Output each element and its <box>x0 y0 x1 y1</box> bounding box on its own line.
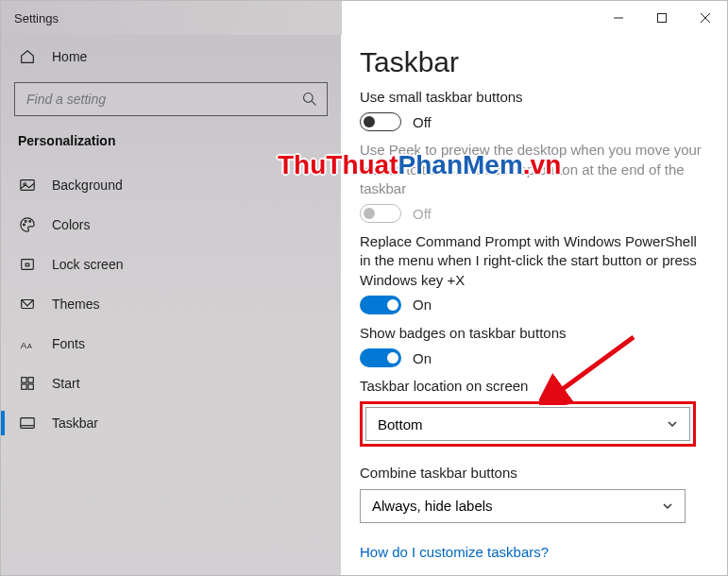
sidebar-item-colors[interactable]: Colors <box>1 205 341 245</box>
minimize-button[interactable] <box>597 3 640 33</box>
svg-text:A: A <box>21 340 27 350</box>
svg-rect-17 <box>28 378 33 382</box>
sidebar-item-themes[interactable]: Themes <box>1 284 341 324</box>
taskbar-icon <box>18 415 37 432</box>
search-icon <box>302 92 317 107</box>
chevron-down-icon <box>667 418 678 430</box>
badges-label: Show badges on taskbar buttons <box>360 324 708 343</box>
svg-point-4 <box>304 93 313 103</box>
svg-text:A: A <box>27 342 32 350</box>
chevron-down-icon <box>662 500 673 512</box>
titlebar: Settings <box>1 1 727 35</box>
sidebar-item-label: Lock screen <box>52 257 123 272</box>
small-buttons-state: Off <box>413 114 432 130</box>
sidebar-item-label: Themes <box>52 296 100 312</box>
sidebar-item-fonts[interactable]: AA Fonts <box>1 324 341 364</box>
svg-rect-19 <box>28 384 33 389</box>
peek-label: Use Peek to preview the desktop when you… <box>360 141 708 198</box>
search-field[interactable] <box>26 92 302 107</box>
location-value: Bottom <box>378 416 423 432</box>
small-buttons-toggle[interactable] <box>360 112 401 131</box>
close-button[interactable] <box>684 3 727 33</box>
themes-icon <box>18 296 37 313</box>
help-link[interactable]: How do I customize taskbars? <box>360 544 708 560</box>
sidebar-item-label: Colors <box>52 217 90 232</box>
sidebar-item-lockscreen[interactable]: Lock screen <box>1 245 341 284</box>
sidebar-item-background[interactable]: Background <box>1 165 341 205</box>
svg-rect-1 <box>658 14 667 23</box>
palette-icon <box>18 216 37 233</box>
svg-rect-20 <box>21 418 34 429</box>
fonts-icon: AA <box>18 335 37 352</box>
small-buttons-label: Use small taskbar buttons <box>360 88 708 107</box>
combine-select[interactable]: Always, hide labels <box>360 489 686 523</box>
svg-line-5 <box>312 101 315 105</box>
svg-point-9 <box>25 221 26 223</box>
sidebar-item-start[interactable]: Start <box>1 364 341 403</box>
sidebar-item-taskbar[interactable]: Taskbar <box>1 403 341 443</box>
svg-rect-12 <box>25 263 29 266</box>
sidebar-item-label: Start <box>52 376 80 391</box>
svg-rect-18 <box>22 384 26 389</box>
category-heading: Personalization <box>1 133 341 165</box>
sidebar-item-label: Background <box>52 178 123 193</box>
svg-point-10 <box>29 221 31 223</box>
svg-point-8 <box>24 224 25 226</box>
sidebar: Home Personalization Background Colors L… <box>1 35 341 575</box>
content-pane: Taskbar Use small taskbar buttons Off Us… <box>341 35 727 575</box>
powershell-toggle[interactable] <box>360 296 401 314</box>
powershell-label: Replace Command Prompt with Windows Powe… <box>360 232 708 290</box>
home-label: Home <box>52 49 87 64</box>
home-button[interactable]: Home <box>1 37 341 76</box>
start-icon <box>18 375 37 392</box>
peek-toggle <box>360 204 401 223</box>
window-title: Settings <box>14 11 597 25</box>
lockscreen-icon <box>18 256 37 273</box>
window-controls <box>597 3 727 33</box>
location-label: Taskbar location on screen <box>360 377 708 396</box>
powershell-state: On <box>413 296 432 313</box>
page-title: Taskbar <box>360 46 708 78</box>
sidebar-item-label: Fonts <box>52 336 85 351</box>
combine-label: Combine taskbar buttons <box>360 464 708 483</box>
svg-rect-11 <box>22 260 34 270</box>
location-select[interactable]: Bottom <box>365 407 690 441</box>
badges-toggle[interactable] <box>360 348 401 367</box>
svg-rect-16 <box>22 378 26 382</box>
search-input[interactable] <box>14 82 328 116</box>
badges-state: On <box>413 350 432 366</box>
home-icon <box>18 48 37 65</box>
sidebar-item-label: Taskbar <box>52 415 98 431</box>
highlight-annotation: Bottom <box>360 401 696 447</box>
picture-icon <box>18 177 37 194</box>
peek-state: Off <box>413 206 432 222</box>
maximize-button[interactable] <box>640 3 684 33</box>
combine-value: Always, hide labels <box>372 498 493 514</box>
